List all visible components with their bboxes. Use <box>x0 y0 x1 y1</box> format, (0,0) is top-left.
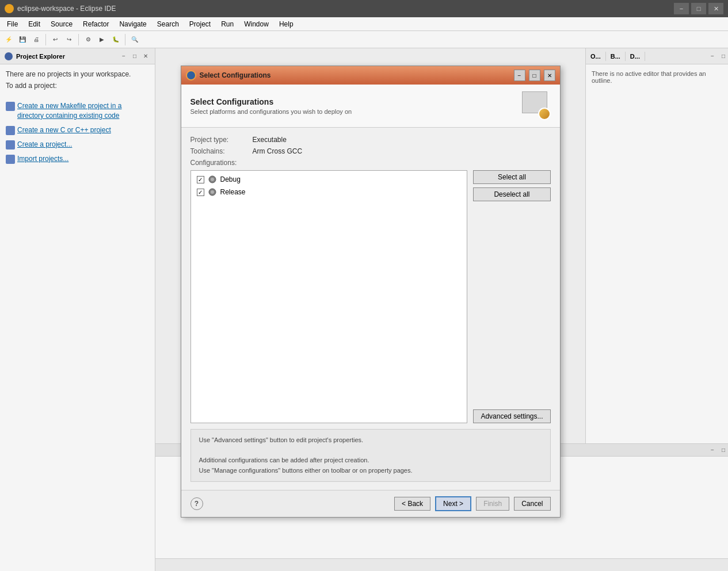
menu-bar: File Edit Source Refactor Navigate Searc… <box>0 17 728 31</box>
close-button[interactable]: ✕ <box>708 3 723 14</box>
bottom-panel-actions: − □ <box>708 446 728 455</box>
configs-area: Debug Release <box>190 170 551 423</box>
toolchains-value: Arm Cross GCC <box>253 147 303 155</box>
dialog-info-box: Use "Advanced settings" button to edit p… <box>190 429 551 482</box>
finish-button[interactable]: Finish <box>476 497 509 511</box>
dialog-header-image <box>522 91 551 120</box>
dialog-maximize-btn[interactable]: □ <box>529 70 540 81</box>
create-cpp-link[interactable]: Create a new C or C++ project <box>6 125 149 135</box>
right-panel-tabs: O... B... D... − □ <box>586 48 728 64</box>
configurations-row: Configurations: <box>190 159 551 167</box>
tab-outline[interactable]: O... <box>586 52 606 61</box>
app-icon <box>5 4 14 13</box>
toolbar-search[interactable]: 🔍 <box>128 33 141 46</box>
toolbar-btn-2[interactable]: 💾 <box>16 33 29 46</box>
dialog-minimize-btn[interactable]: − <box>514 70 525 81</box>
toolbar-btn-4[interactable]: ↩ <box>49 33 62 46</box>
next-button[interactable]: Next > <box>435 496 471 511</box>
config-release-checkbox[interactable] <box>197 189 204 196</box>
menu-window[interactable]: Window <box>239 19 273 29</box>
menu-help[interactable]: Help <box>275 19 298 29</box>
tab-debug[interactable]: D... <box>626 52 645 61</box>
toolbar-btn-1[interactable]: ⚡ <box>2 33 15 46</box>
import-projects-link[interactable]: Import projects... <box>6 154 149 164</box>
menu-navigate[interactable]: Navigate <box>115 19 151 29</box>
project-icon <box>6 140 15 150</box>
dialog-overlay: Select Configurations − □ ✕ Select Confi… <box>155 48 585 443</box>
toolbar-sep-2 <box>78 34 79 45</box>
toolbar-btn-6[interactable]: ⚙ <box>82 33 94 46</box>
menu-run[interactable]: Run <box>216 19 238 29</box>
project-explorer-icon <box>5 52 13 60</box>
toolbar-btn-5[interactable]: ↪ <box>63 33 75 46</box>
dialog-header-text: Select Configurations Select platforms a… <box>190 97 352 115</box>
app-title: eclipse-workspace - Eclipse IDE <box>17 5 670 13</box>
project-type-label: Project type: <box>190 136 248 144</box>
no-projects-text: There are no projects in your workspace. <box>6 70 149 78</box>
info-text-3: Use "Manage configurations" buttons eith… <box>199 466 542 476</box>
tab-build[interactable]: B... <box>606 52 626 61</box>
panel-actions: − □ ✕ <box>119 52 150 61</box>
dialog-header-title: Select Configurations <box>190 97 352 106</box>
select-configurations-dialog: Select Configurations − □ ✕ Select Confi… <box>181 66 561 518</box>
config-debug-label: Debug <box>220 175 241 183</box>
toolbar-btn-7[interactable]: ▶ <box>96 33 108 46</box>
config-debug-checkbox[interactable] <box>197 176 204 183</box>
menu-project[interactable]: Project <box>185 19 215 29</box>
dialog-image-circle <box>538 108 551 120</box>
bottom-panel-minimize[interactable]: − <box>708 446 717 455</box>
maximize-button[interactable]: □ <box>691 3 706 14</box>
main-toolbar: ⚡ 💾 🖨 ↩ ↪ ⚙ ▶ 🐛 🔍 <box>0 31 728 48</box>
bottom-panel-maximize[interactable]: □ <box>719 446 728 455</box>
dialog-close-btn[interactable]: ✕ <box>544 70 555 81</box>
create-makefile-link[interactable]: Create a new Makefile project in a direc… <box>6 101 149 121</box>
select-all-button[interactable]: Select all <box>473 170 550 184</box>
config-debug-item[interactable]: Debug <box>193 173 465 186</box>
cancel-button[interactable]: Cancel <box>514 497 550 511</box>
project-explorer-title: Project Explorer <box>16 53 65 60</box>
menu-edit[interactable]: Edit <box>24 19 45 29</box>
close-panel-btn[interactable]: ✕ <box>141 52 150 61</box>
help-button[interactable]: ? <box>190 497 203 510</box>
config-release-icon <box>208 187 217 197</box>
makefile-icon <box>6 102 15 111</box>
toolbar-btn-3[interactable]: 🖨 <box>30 33 43 46</box>
menu-refactor[interactable]: Refactor <box>78 19 113 29</box>
add-project-text: To add a project: <box>6 82 149 90</box>
menu-source[interactable]: Source <box>46 19 77 29</box>
info-text-2: Additional configurations can be added a… <box>199 455 542 466</box>
minimize-panel-btn[interactable]: − <box>119 52 128 61</box>
configurations-list: Debug Release <box>190 170 468 423</box>
toolchains-row: Toolchains: Arm Cross GCC <box>190 147 551 155</box>
outline-text: There is no active editor that provides … <box>592 70 706 84</box>
dialog-header: Select Configurations Select platforms a… <box>181 85 560 128</box>
advanced-settings-button[interactable]: Advanced settings... <box>473 409 550 423</box>
menu-file[interactable]: File <box>2 19 22 29</box>
dialog-eclipse-icon <box>186 70 196 81</box>
deselect-all-button[interactable]: Deselect all <box>473 187 550 201</box>
project-type-value: Executable <box>253 136 287 144</box>
outline-content: There is no active editor that provides … <box>586 64 728 90</box>
right-panel-minimize[interactable]: − <box>708 52 717 61</box>
editor-area: Select Configurations − □ ✕ Select Confi… <box>155 48 585 443</box>
minimize-button[interactable]: − <box>674 3 689 14</box>
config-release-item[interactable]: Release <box>193 186 465 198</box>
maximize-panel-btn[interactable]: □ <box>130 52 139 61</box>
svg-point-3 <box>211 190 214 194</box>
config-debug-icon <box>208 175 217 184</box>
project-explorer-header: Project Explorer − □ ✕ <box>0 48 155 64</box>
dialog-footer: ? < Back Next > Finish Cancel <box>181 490 560 517</box>
project-explorer-panel: Project Explorer − □ ✕ There are no proj… <box>0 48 155 571</box>
back-button[interactable]: < Back <box>394 497 430 511</box>
title-bar: eclipse-workspace - Eclipse IDE − □ ✕ <box>0 0 728 17</box>
menu-search[interactable]: Search <box>153 19 184 29</box>
right-panel-maximize[interactable]: □ <box>719 52 728 61</box>
svg-point-1 <box>211 178 214 181</box>
cpp-icon <box>6 126 15 135</box>
dialog-header-sub: Select platforms and configurations you … <box>190 108 352 115</box>
dialog-titlebar: Select Configurations − □ ✕ <box>181 66 560 85</box>
project-explorer-content: There are no projects in your workspace.… <box>0 64 155 571</box>
create-project-link[interactable]: Create a project... <box>6 140 149 150</box>
toolbar-btn-8[interactable]: 🐛 <box>109 33 122 46</box>
status-bar <box>155 558 728 571</box>
